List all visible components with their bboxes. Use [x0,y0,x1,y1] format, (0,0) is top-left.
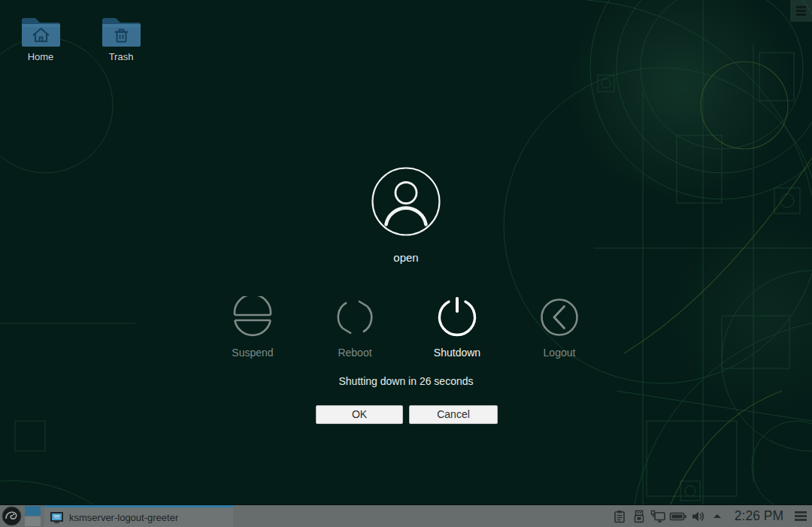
countdown-text: Shutting down in 26 seconds [293,375,519,387]
pager-desktop-1[interactable] [25,506,41,516]
pager-desktop-2[interactable] [25,516,41,526]
cancel-button[interactable]: Cancel [409,405,498,424]
panel-menu-button[interactable] [789,505,812,527]
hamburger-icon [795,510,807,523]
reboot-button[interactable]: Reboot [310,296,400,359]
logout-label: Logout [514,347,604,359]
reboot-label: Reboot [310,347,400,359]
shutdown-button[interactable]: Shutdown [412,296,502,359]
suspend-label: Suspend [208,347,298,359]
shutdown-icon [436,296,478,338]
logout-icon [538,296,580,338]
desktop: Home Trash open [0,0,812,527]
user-avatar-icon [371,167,441,236]
expand-tray-icon[interactable] [707,505,727,527]
logout-button[interactable]: Logout [514,296,604,359]
virtual-desktop-pager[interactable] [25,506,41,526]
shutdown-label: Shutdown [412,347,502,359]
username-label: open [331,251,481,264]
reboot-icon [334,296,376,338]
clipboard-icon[interactable] [610,505,629,527]
device-notifier-icon[interactable] [629,505,649,527]
suspend-button[interactable]: Suspend [208,296,298,359]
network-icon[interactable] [649,505,668,527]
system-tray: 2:26 PM [610,505,812,527]
volume-icon[interactable] [688,505,707,527]
suspend-icon [232,296,274,338]
app-launcher-geeko-icon[interactable] [2,506,22,526]
taskbar: ksmserver-logout-greeter [0,504,812,527]
ok-button[interactable]: OK [316,405,403,424]
logout-greeter: open Suspend [0,0,812,527]
task-window-icon [50,511,64,524]
task-title: ksmserver-logout-greeter [69,512,178,523]
task-button[interactable]: ksmserver-logout-greeter [44,505,233,527]
clock: 2:26 PM [727,505,789,527]
battery-icon[interactable] [668,505,688,527]
